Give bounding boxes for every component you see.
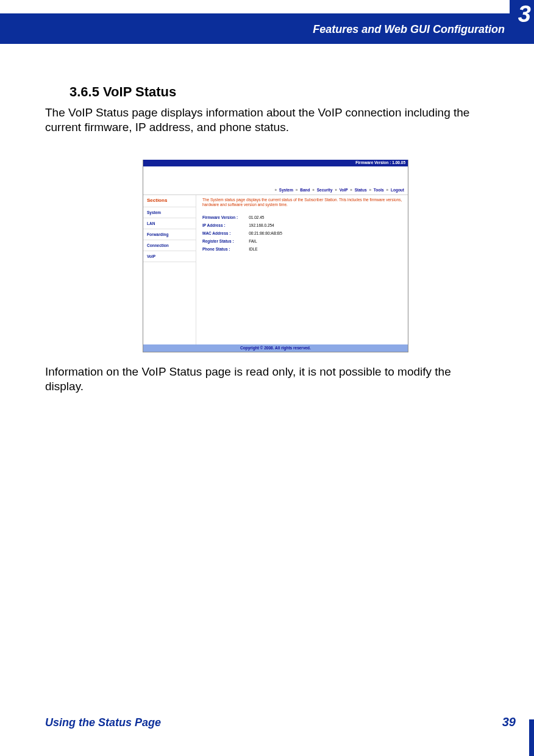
table-row: Firmware Version :01.02.45 <box>202 213 282 221</box>
row-value: 01.02.45 <box>249 213 282 221</box>
gui-main: The System status page displays the curr… <box>196 195 408 346</box>
section-heading: 3.6.5 VoIP Status <box>69 84 176 100</box>
row-value: IDLE <box>249 245 282 253</box>
table-row: IP Address :192.168.0.254 <box>202 221 282 229</box>
gui-screenshot: Firmware Version : 1.00.05 » System » Ba… <box>143 160 408 352</box>
row-label: Phone Status : <box>202 245 249 253</box>
gui-copyright: Copyright © 2008. All rights reserved. <box>143 344 408 352</box>
gui-firmware-bar: Firmware Version : 1.00.05 <box>143 160 408 166</box>
closing-paragraph: Information on the VoIP Status page is r… <box>45 365 490 394</box>
nav-system[interactable]: System <box>279 188 293 192</box>
row-label: MAC Address : <box>202 229 249 237</box>
intro-paragraph: The VoIP Status page displays informatio… <box>45 105 490 135</box>
sidebar-item-system[interactable]: System <box>143 207 196 218</box>
gui-intro-text: The System status page displays the curr… <box>202 198 403 211</box>
sidebar-item-lan[interactable]: LAN <box>143 218 196 229</box>
row-value: FAIL <box>249 237 282 245</box>
table-row: Phone Status :IDLE <box>202 245 282 253</box>
footer-text: Using the Status Page <box>45 716 161 729</box>
nav-band[interactable]: Band <box>300 188 310 192</box>
row-label: Register Status : <box>202 237 249 245</box>
nav-tools[interactable]: Tools <box>374 188 384 192</box>
gui-sidebar: Sections System LAN Forwarding Connectio… <box>143 195 196 346</box>
gui-logo-area <box>143 166 408 186</box>
gui-nav: » System » Band » Security » VoIP » Stat… <box>143 186 408 195</box>
page-number: 39 <box>502 715 516 729</box>
sidebar-item-voip[interactable]: VoIP <box>143 251 196 262</box>
row-value: 192.168.0.254 <box>249 221 282 229</box>
row-label: IP Address : <box>202 221 249 229</box>
footer-notch <box>529 719 534 756</box>
table-row: MAC Address :00:21:86:80:AB:B5 <box>202 229 282 237</box>
chapter-number: 3 <box>518 1 530 27</box>
sidebar-item-forwarding[interactable]: Forwarding <box>143 229 196 240</box>
status-table: Firmware Version :01.02.45 IP Address :1… <box>202 213 282 253</box>
table-row: Register Status :FAIL <box>202 237 282 245</box>
nav-voip[interactable]: VoIP <box>340 188 348 192</box>
row-label: Firmware Version : <box>202 213 249 221</box>
nav-security[interactable]: Security <box>317 188 333 192</box>
row-value: 00:21:86:80:AB:B5 <box>249 229 282 237</box>
sidebar-title: Sections <box>143 195 196 207</box>
sidebar-item-connection[interactable]: Connection <box>143 240 196 251</box>
nav-logout[interactable]: Logout <box>391 188 404 192</box>
chapter-title: Features and Web GUI Configuration <box>313 23 505 36</box>
nav-status[interactable]: Status <box>355 188 367 192</box>
